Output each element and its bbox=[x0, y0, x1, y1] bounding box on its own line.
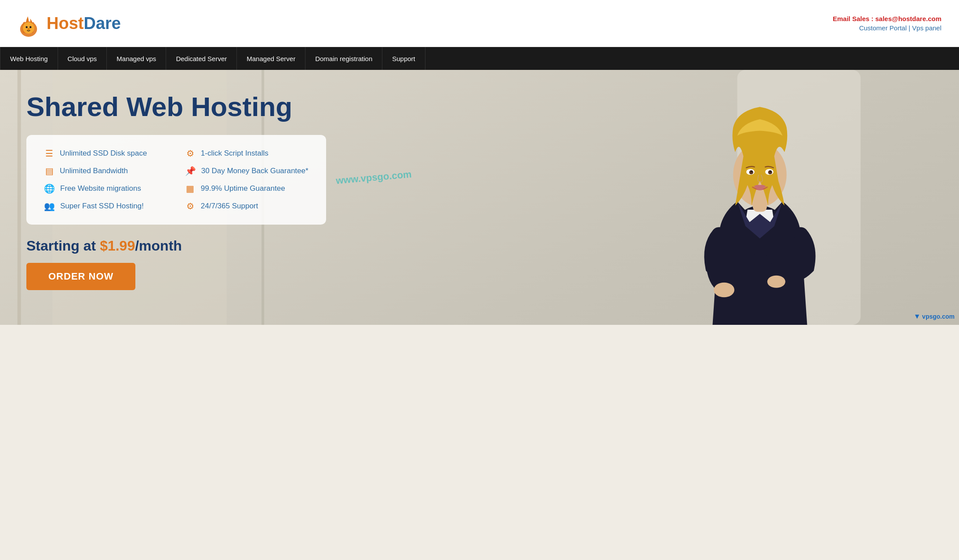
uptime-icon: ▦ bbox=[185, 183, 196, 194]
feature-script-installs-text: 1-click Script Installs bbox=[201, 149, 269, 158]
logo-host: Host bbox=[47, 14, 84, 33]
svg-point-2 bbox=[25, 26, 27, 28]
bottom-watermark: ▼ vpsgo.com bbox=[914, 313, 955, 320]
feature-support-text: 24/7/365 Support bbox=[201, 202, 258, 211]
logo-icon bbox=[13, 8, 44, 39]
nav-web-hosting[interactable]: Web Hosting bbox=[0, 47, 58, 70]
order-now-button[interactable]: ORDER NOW bbox=[26, 263, 135, 290]
nav-support[interactable]: Support bbox=[382, 47, 425, 70]
nav-cloud-vps[interactable]: Cloud vps bbox=[58, 47, 107, 70]
support-icon: ⚙ bbox=[185, 201, 196, 211]
pricing-suffix: /month bbox=[135, 238, 182, 254]
svg-point-20 bbox=[751, 171, 752, 172]
feature-bandwidth-text: Unlimited Bandwidth bbox=[60, 167, 128, 175]
logo-wordmark: HostDare bbox=[47, 14, 121, 33]
woman-svg bbox=[556, 70, 959, 325]
svg-point-1 bbox=[23, 22, 34, 33]
bandwidth-icon: ▤ bbox=[44, 166, 54, 176]
logo-dare: Dare bbox=[84, 14, 121, 33]
nav-domain-registration[interactable]: Domain registration bbox=[305, 47, 382, 70]
svg-point-4 bbox=[27, 28, 29, 30]
feature-money-back-text: 30 Day Money Back Guarantee* bbox=[201, 167, 309, 175]
header-email: Email Sales : sales@hostdare.com bbox=[833, 15, 941, 22]
features-card: ☰ Unlimited SSD Disk space ⚙ 1-click Scr… bbox=[26, 135, 326, 225]
hero-content: Shared Web Hosting ☰ Unlimited SSD Disk … bbox=[0, 70, 326, 308]
divider: | bbox=[907, 24, 912, 32]
hero-woman-image bbox=[556, 70, 959, 325]
vps-panel-link[interactable]: Vps panel bbox=[912, 24, 941, 32]
nav-managed-server[interactable]: Managed Server bbox=[237, 47, 305, 70]
feature-uptime-text: 99.9% Uptime Guarantee bbox=[201, 184, 285, 193]
email-label: Email Sales : bbox=[833, 15, 875, 22]
disk-icon: ☰ bbox=[44, 148, 54, 159]
feature-bandwidth: ▤ Unlimited Bandwidth bbox=[44, 166, 167, 176]
nav-managed-vps[interactable]: Managed vps bbox=[107, 47, 166, 70]
feature-migrations: 🌐 Free Website migrations bbox=[44, 183, 167, 194]
hero-section: Shared Web Hosting ☰ Unlimited SSD Disk … bbox=[0, 70, 959, 325]
main-navbar: Web Hosting Cloud vps Managed vps Dedica… bbox=[0, 47, 959, 70]
feature-uptime: ▦ 99.9% Uptime Guarantee bbox=[185, 183, 309, 194]
email-value[interactable]: sales@hostdare.com bbox=[875, 15, 941, 22]
feature-ssd-disk: ☰ Unlimited SSD Disk space bbox=[44, 148, 167, 159]
pricing-line: Starting at $1.99/month bbox=[26, 238, 326, 254]
feature-script-installs: ⚙ 1-click Script Installs bbox=[185, 148, 309, 159]
hero-title: Shared Web Hosting bbox=[26, 92, 326, 122]
feature-support: ⚙ 24/7/365 Support bbox=[185, 201, 309, 211]
feature-ssd-hosting: 👥 Super Fast SSD Hosting! bbox=[44, 201, 167, 211]
svg-point-23 bbox=[767, 276, 785, 288]
svg-point-22 bbox=[714, 283, 734, 298]
svg-point-3 bbox=[29, 26, 31, 28]
gear-icon: ⚙ bbox=[185, 148, 196, 159]
feature-ssd-hosting-text: Super Fast SSD Hosting! bbox=[60, 202, 144, 211]
feature-migrations-text: Free Website migrations bbox=[60, 184, 141, 193]
svg-point-21 bbox=[770, 171, 771, 172]
logo[interactable]: HostDare bbox=[13, 8, 121, 39]
feature-ssd-disk-text: Unlimited SSD Disk space bbox=[60, 149, 147, 158]
bottom-watermark-text: vpsgo.com bbox=[922, 313, 955, 320]
customer-portal-link[interactable]: Customer Portal bbox=[859, 24, 907, 32]
globe-icon: 🌐 bbox=[44, 183, 55, 194]
pricing-value: $1.99 bbox=[100, 238, 135, 254]
pin-icon: 📌 bbox=[185, 166, 196, 176]
feature-money-back: 📌 30 Day Money Back Guarantee* bbox=[185, 166, 309, 176]
header-links: Customer Portal | Vps panel bbox=[833, 24, 941, 32]
users-icon: 👥 bbox=[44, 201, 55, 211]
pricing-prefix: Starting at bbox=[26, 238, 100, 254]
site-header: HostDare Email Sales : sales@hostdare.co… bbox=[0, 0, 959, 47]
nav-dedicated-server[interactable]: Dedicated Server bbox=[166, 47, 237, 70]
header-contact: Email Sales : sales@hostdare.com Custome… bbox=[833, 15, 941, 32]
